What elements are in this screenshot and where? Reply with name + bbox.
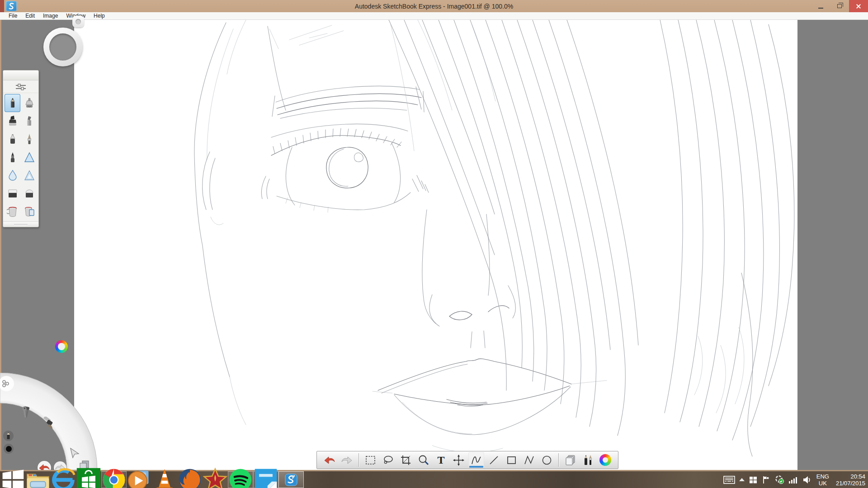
layers-button[interactable] bbox=[562, 452, 578, 468]
menu-file[interactable]: File bbox=[5, 12, 21, 20]
taskbar-sketchbook[interactable] bbox=[278, 471, 304, 488]
zoom-tool[interactable] bbox=[415, 452, 431, 468]
brush-puck-tab[interactable] bbox=[72, 16, 84, 28]
chisel-tip-pen-icon bbox=[24, 115, 35, 127]
chrome-icon bbox=[101, 467, 127, 488]
windows-start-icon bbox=[0, 467, 25, 488]
taskbar-spotify[interactable] bbox=[228, 471, 253, 488]
menu-help[interactable]: Help bbox=[90, 12, 109, 20]
tool-chisel-marker[interactable] bbox=[5, 112, 20, 130]
tool-felt-pen[interactable] bbox=[5, 148, 20, 166]
ellipse-tool[interactable] bbox=[539, 452, 555, 468]
hammer-wrench-icon bbox=[21, 406, 33, 419]
keyboard-icon bbox=[723, 476, 735, 484]
text-tool[interactable]: T bbox=[433, 452, 449, 468]
tool-paintbrush[interactable] bbox=[21, 130, 37, 148]
clock[interactable]: 20:54 21/07/2015 bbox=[836, 473, 865, 487]
move-arrows-icon bbox=[453, 454, 465, 466]
tool-airbrush[interactable] bbox=[21, 94, 37, 112]
tool-pencil[interactable] bbox=[5, 94, 20, 112]
taskbar-firefox[interactable] bbox=[177, 471, 203, 488]
tool-ballpoint-pen[interactable] bbox=[5, 130, 20, 148]
taskbar-file-explorer[interactable] bbox=[25, 471, 51, 488]
tool-chisel-tip-pen[interactable] bbox=[21, 112, 37, 130]
pencil-icon bbox=[7, 97, 19, 109]
taskbar-windows-store[interactable] bbox=[76, 471, 101, 488]
sketch-drawing bbox=[74, 20, 797, 470]
brushes-button[interactable] bbox=[580, 452, 596, 468]
titlebar: Autodesk SketchBook Express - Image001.t… bbox=[0, 0, 868, 12]
paintbrush-large-icon bbox=[42, 417, 55, 430]
paint-bucket-pattern-icon bbox=[24, 206, 35, 217]
magnifier-icon bbox=[417, 454, 429, 466]
drawing-canvas[interactable] bbox=[74, 20, 797, 470]
taskbar-internet-explorer[interactable] bbox=[51, 471, 76, 488]
network-button[interactable] bbox=[788, 476, 798, 484]
line-tool[interactable] bbox=[486, 452, 502, 468]
update-status-button[interactable] bbox=[775, 475, 784, 484]
current-brush-chip[interactable] bbox=[3, 431, 14, 441]
tray-windows-button[interactable] bbox=[749, 475, 758, 484]
taskbar-start-button[interactable] bbox=[0, 471, 25, 488]
minimize-button[interactable] bbox=[811, 0, 830, 12]
restore-button[interactable] bbox=[830, 0, 849, 12]
taskbar-chrome[interactable] bbox=[101, 471, 127, 488]
tool-eraser-soft[interactable] bbox=[21, 184, 37, 202]
airbrush-icon bbox=[24, 97, 35, 109]
freehand-curve-tool[interactable] bbox=[468, 452, 484, 468]
region-code: UK bbox=[816, 480, 829, 487]
tool-blur[interactable] bbox=[5, 166, 20, 184]
close-button[interactable] bbox=[849, 0, 868, 12]
speaker-icon bbox=[802, 475, 812, 484]
brush-properties-button[interactable] bbox=[3, 80, 38, 93]
tool-smudge[interactable] bbox=[21, 148, 37, 166]
window-controls bbox=[811, 0, 868, 12]
lasso-select-tool[interactable] bbox=[380, 452, 396, 468]
sync-check-icon bbox=[775, 475, 784, 484]
lagoon-cursor-button[interactable] bbox=[69, 447, 80, 459]
windows-flag-icon bbox=[749, 475, 758, 484]
lagoon-tools-button[interactable] bbox=[21, 406, 33, 419]
tool-sharpen[interactable] bbox=[21, 166, 37, 184]
freehand-curve-icon bbox=[470, 454, 482, 466]
color-wheel-button[interactable] bbox=[598, 452, 613, 468]
bottom-toolbar: T bbox=[316, 451, 618, 469]
menu-image[interactable]: Image bbox=[39, 12, 62, 20]
action-center-button[interactable] bbox=[762, 475, 771, 484]
pencil-and-brush-icon bbox=[582, 454, 594, 466]
lagoon-color-wheel-button[interactable] bbox=[55, 340, 68, 353]
volume-button[interactable] bbox=[802, 475, 812, 484]
language-indicator[interactable]: ENG UK bbox=[816, 473, 829, 487]
taskbar-game-red-star[interactable] bbox=[203, 471, 228, 488]
crop-tool[interactable] bbox=[398, 452, 414, 468]
lagoon-corner-widget bbox=[0, 366, 104, 470]
taskbar-vlc[interactable] bbox=[152, 471, 177, 488]
taskbar-media-player[interactable] bbox=[127, 471, 152, 488]
vlc-cone-icon bbox=[152, 467, 177, 488]
current-color-swatch bbox=[6, 446, 12, 452]
tool-paint-bucket[interactable] bbox=[5, 202, 20, 221]
taskbar-bamboo-dock[interactable] bbox=[253, 471, 278, 488]
move-tool[interactable] bbox=[451, 452, 467, 468]
brush-puck-hole bbox=[49, 33, 76, 61]
lagoon-brush-button[interactable] bbox=[42, 417, 55, 430]
paint-bucket-icon bbox=[7, 206, 19, 217]
polyline-icon bbox=[523, 454, 535, 466]
touch-keyboard-button[interactable] bbox=[723, 476, 735, 484]
tool-paint-bucket-pattern[interactable] bbox=[21, 202, 37, 221]
menu-edit[interactable]: Edit bbox=[21, 12, 39, 20]
rect-select-tool[interactable] bbox=[363, 452, 378, 468]
redo-button[interactable] bbox=[339, 452, 355, 468]
brush-palette bbox=[3, 70, 39, 227]
undo-button[interactable] bbox=[321, 452, 337, 468]
tool-eraser-hard[interactable] bbox=[5, 184, 20, 202]
triangle-outline-icon bbox=[24, 169, 35, 181]
current-color-chip[interactable] bbox=[4, 444, 14, 454]
palette-resize-handle[interactable] bbox=[3, 221, 38, 227]
polyline-tool[interactable] bbox=[521, 452, 537, 468]
brush-palette-header[interactable] bbox=[3, 70, 38, 80]
show-hidden-icons-button[interactable] bbox=[739, 478, 745, 481]
rectangle-tool[interactable] bbox=[504, 452, 519, 468]
brush-puck[interactable] bbox=[43, 28, 82, 66]
lagoon-link-button[interactable] bbox=[1, 379, 11, 389]
